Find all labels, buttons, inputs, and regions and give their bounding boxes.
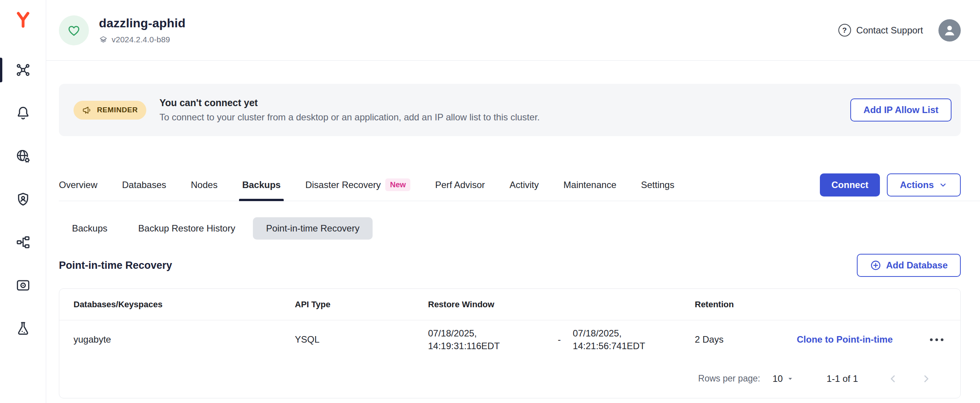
previous-page-button[interactable] — [885, 371, 901, 387]
shield-person-icon — [15, 192, 31, 207]
tab-settings[interactable]: Settings — [641, 169, 674, 201]
cluster-header: dazzling-aphid v2024.2.4.0-b89 ? Contact… — [46, 0, 980, 61]
sidebar-item-monitoring[interactable] — [11, 273, 35, 298]
tab-label: Disaster Recovery — [305, 180, 381, 190]
sidebar-active-indicator — [0, 58, 2, 82]
row-menu-button[interactable] — [928, 334, 946, 346]
cluster-health-icon — [59, 15, 89, 45]
subtab-backups[interactable]: Backups — [59, 217, 120, 240]
yugabyte-logo-icon — [14, 11, 32, 28]
app-root: dazzling-aphid v2024.2.4.0-b89 ? Contact… — [0, 0, 980, 403]
plus-circle-icon — [870, 260, 881, 271]
sidebar-item-alerts[interactable] — [11, 101, 35, 125]
add-database-label: Add Database — [886, 260, 948, 271]
actions-button[interactable]: Actions — [887, 173, 961, 197]
contact-support-link[interactable]: ? Contact Support — [838, 24, 923, 37]
layers-icon — [99, 35, 108, 44]
table-pagination: Rows per page: 10 1-1 of 1 — [59, 359, 960, 398]
banner-title: You can't connect yet — [159, 97, 540, 108]
restore-to-time: 14:21:56:741EDT — [573, 340, 695, 352]
column-header-databases: Databases/Keyspaces — [74, 300, 295, 310]
yugabyte-logo[interactable] — [14, 11, 32, 28]
page-title: Point-in-time Recovery — [59, 260, 172, 271]
workflow-icon — [15, 235, 31, 250]
tab-label: Perf Advisor — [435, 180, 485, 190]
tab-disaster-recovery[interactable]: Disaster Recovery New — [305, 169, 410, 201]
actions-button-label: Actions — [900, 180, 934, 190]
globe-gear-icon — [15, 148, 31, 164]
sidebar-item-clusters[interactable] — [11, 58, 35, 82]
clone-to-point-in-time-link[interactable]: Clone to Point-in-time — [797, 334, 893, 345]
cell-retention: 2 Days — [695, 334, 797, 345]
rows-per-page-value: 10 — [773, 373, 783, 384]
bell-icon — [15, 105, 31, 121]
cell-restore-window: 07/18/2025, 14:19:31:116EDT - 07/18/2025… — [428, 327, 695, 352]
pagination-range: 1-1 of 1 — [827, 373, 858, 384]
banner-subtitle: To connect to your cluster from a deskto… — [159, 112, 540, 123]
banner-text: You can't connect yet To connect to your… — [159, 97, 540, 123]
reminder-banner: REMINDER You can't connect yet To connec… — [59, 84, 961, 136]
tab-overview[interactable]: Overview — [59, 169, 97, 201]
subtab-point-in-time-recovery[interactable]: Point-in-time Recovery — [253, 217, 373, 240]
header-right: ? Contact Support — [838, 19, 961, 42]
tab-label: Overview — [59, 180, 97, 190]
tab-label: Databases — [122, 180, 166, 190]
column-header-api-type: API Type — [295, 300, 428, 310]
tab-label: Activity — [510, 180, 539, 190]
restore-window-to: 07/18/2025, 14:21:56:741EDT — [573, 327, 695, 352]
cluster-tabs: Overview Databases Nodes Backups Disaste… — [59, 169, 980, 201]
tab-nodes[interactable]: Nodes — [191, 169, 217, 201]
section-header: Point-in-time Recovery Add Database — [59, 254, 961, 276]
new-badge: New — [385, 178, 410, 191]
sidebar-item-security[interactable] — [11, 187, 35, 211]
restore-from-time: 14:19:31:116EDT — [428, 340, 550, 352]
table-header-row: Databases/Keyspaces API Type Restore Win… — [59, 289, 960, 320]
tab-maintenance[interactable]: Maintenance — [564, 169, 616, 201]
contact-support-label: Contact Support — [856, 25, 923, 36]
restore-window-separator: - — [558, 334, 565, 345]
subtab-backup-restore-history[interactable]: Backup Restore History — [125, 217, 248, 240]
restore-to-date: 07/18/2025, — [573, 327, 695, 340]
sidebar-nav — [11, 58, 35, 341]
cluster-version: v2024.2.4.0-b89 — [112, 35, 170, 44]
sidebar-item-integrations[interactable] — [11, 230, 35, 255]
flask-icon — [15, 321, 31, 336]
reminder-badge-label: REMINDER — [97, 106, 138, 114]
rows-per-page-select[interactable]: 10 — [773, 373, 794, 384]
table-row: yugabyte YSQL 07/18/2025, 14:19:31:116ED… — [59, 320, 960, 359]
tab-activity[interactable]: Activity — [510, 169, 539, 201]
megaphone-icon — [82, 105, 92, 115]
clusters-icon — [15, 62, 31, 78]
cluster-title-block: dazzling-aphid v2024.2.4.0-b89 — [99, 16, 186, 44]
add-ip-allow-list-button[interactable]: Add IP Allow List — [850, 98, 952, 122]
sidebar — [0, 0, 46, 403]
sidebar-item-labs[interactable] — [11, 316, 35, 341]
tab-label: Settings — [641, 180, 674, 190]
monitor-eye-icon — [15, 278, 31, 293]
rows-per-page-label: Rows per page: — [698, 373, 760, 384]
chevron-left-icon — [887, 373, 899, 385]
heart-icon — [66, 23, 82, 38]
tab-databases[interactable]: Databases — [122, 169, 166, 201]
next-page-button[interactable] — [918, 371, 934, 387]
cell-actions: Clone to Point-in-time — [797, 334, 946, 346]
user-avatar[interactable] — [938, 19, 961, 42]
user-icon — [942, 23, 957, 38]
tab-label: Backups — [242, 180, 281, 190]
select-arrow-icon — [786, 375, 794, 383]
chevron-down-icon — [938, 180, 948, 190]
connect-button[interactable]: Connect — [820, 173, 880, 197]
cell-database: yugabyte — [74, 334, 295, 345]
backups-subtabs: Backups Backup Restore History Point-in-… — [59, 217, 961, 240]
sidebar-item-network[interactable] — [11, 144, 35, 168]
help-icon: ? — [838, 24, 851, 37]
tab-label: Nodes — [191, 180, 217, 190]
column-header-retention: Retention — [695, 300, 797, 310]
reminder-badge: REMINDER — [74, 101, 146, 120]
cluster-name: dazzling-aphid — [99, 16, 186, 30]
chevron-right-icon — [920, 373, 932, 385]
tab-perf-advisor[interactable]: Perf Advisor — [435, 169, 485, 201]
tab-backups[interactable]: Backups — [242, 169, 281, 201]
tabs-action-buttons: Connect Actions — [820, 173, 961, 197]
add-database-button[interactable]: Add Database — [857, 254, 961, 277]
